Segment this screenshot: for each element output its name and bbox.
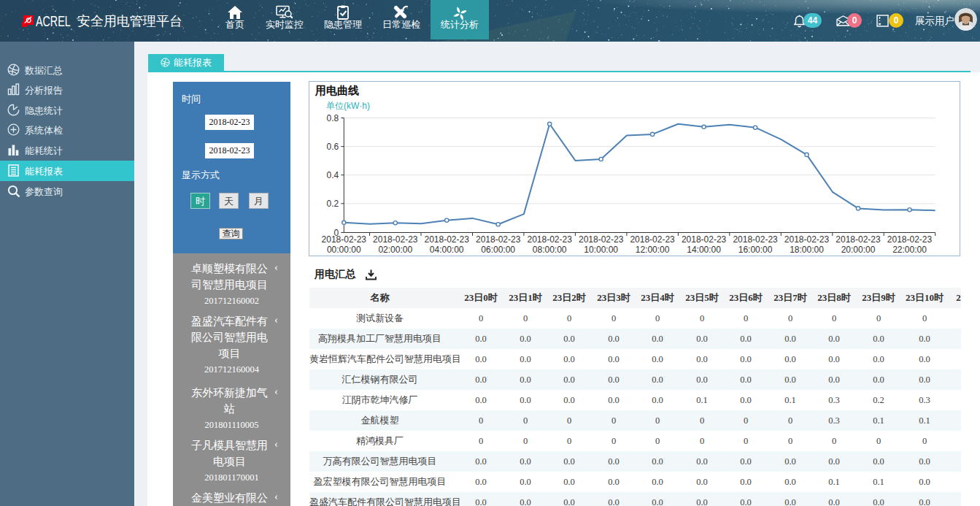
svg-text:0.8: 0.8 bbox=[327, 113, 339, 123]
svg-text:16:00:00: 16:00:00 bbox=[738, 245, 773, 255]
svg-text:14:00:00: 14:00:00 bbox=[687, 245, 721, 255]
svg-text:18:00:00: 18:00:00 bbox=[790, 245, 824, 255]
svg-text:12:00:00: 12:00:00 bbox=[636, 245, 670, 255]
svg-text:2018-02-23: 2018-02-23 bbox=[322, 234, 367, 245]
svg-text:02:00:00: 02:00:00 bbox=[378, 245, 412, 255]
svg-text:0.4: 0.4 bbox=[327, 170, 339, 180]
svg-text:2018-02-23: 2018-02-23 bbox=[682, 234, 727, 245]
svg-text:2018-02-23: 2018-02-23 bbox=[784, 234, 830, 245]
svg-text:2018-02-23: 2018-02-23 bbox=[425, 234, 470, 245]
svg-text:2018-02-23: 2018-02-23 bbox=[528, 234, 573, 245]
svg-text:20:00:00: 20:00:00 bbox=[841, 245, 876, 255]
svg-text:2018-02-23: 2018-02-23 bbox=[733, 234, 778, 245]
svg-text:0.2: 0.2 bbox=[327, 199, 339, 209]
svg-text:08:00:00: 08:00:00 bbox=[533, 245, 567, 255]
svg-text:2018-02-23: 2018-02-23 bbox=[579, 234, 624, 245]
svg-text:04:00:00: 04:00:00 bbox=[430, 245, 464, 255]
svg-text:2018-02-23: 2018-02-23 bbox=[836, 234, 881, 245]
svg-text:2018-02-23: 2018-02-23 bbox=[476, 234, 521, 245]
svg-text:00:00:00: 00:00:00 bbox=[327, 245, 361, 255]
svg-text:10:00:00: 10:00:00 bbox=[584, 245, 618, 255]
svg-text:2018-02-23: 2018-02-23 bbox=[630, 234, 675, 245]
svg-text:0.6: 0.6 bbox=[327, 142, 339, 152]
svg-text:06:00:00: 06:00:00 bbox=[481, 245, 515, 255]
svg-text:2018-02-23: 2018-02-23 bbox=[373, 234, 418, 245]
svg-text:22:00:00: 22:00:00 bbox=[892, 245, 927, 255]
svg-text:2018-02-23: 2018-02-23 bbox=[887, 234, 933, 245]
